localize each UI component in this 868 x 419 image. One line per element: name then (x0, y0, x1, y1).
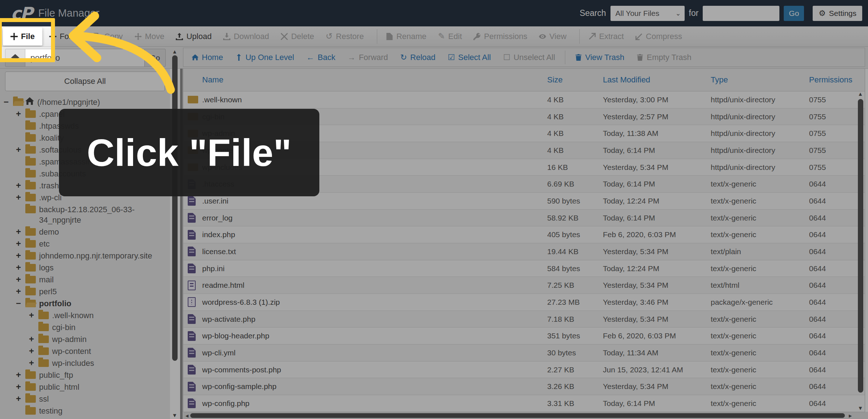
file-name[interactable]: wordpress-6.8.3 (1).zip (200, 298, 545, 307)
file-name[interactable]: cgi-bin (200, 112, 545, 121)
file-name[interactable]: .well-known (200, 95, 545, 104)
table-scrollbar-thumb[interactable] (858, 99, 863, 393)
extract-button[interactable]: Extract (585, 32, 627, 41)
scroll-down-icon[interactable]: ▼ (856, 405, 864, 411)
path-go-button[interactable]: Go (145, 49, 166, 67)
file-name[interactable]: license.txt (200, 247, 545, 256)
tree-toggle-icon[interactable]: + (16, 145, 25, 155)
view-button[interactable]: View (535, 32, 570, 41)
tree-item-koality[interactable]: .koality (0, 132, 170, 144)
file-button[interactable]: File (3, 27, 42, 46)
column-header-type[interactable]: Type (709, 75, 807, 85)
tree-toggle-icon[interactable]: − (16, 298, 25, 309)
folder-button[interactable]: Folder (46, 32, 86, 41)
table-row-wp-activate-php[interactable]: wp-activate.php7.18 KBYesterday, 5:34 PM… (183, 311, 865, 328)
settings-button[interactable]: ⚙ Settings (813, 6, 862, 21)
permissions-button[interactable]: Permissions (470, 32, 531, 41)
tree-toggle-icon[interactable]: + (16, 180, 25, 191)
tree-toggle-icon[interactable]: + (29, 310, 38, 321)
tree-item-well-known[interactable]: +.well-known (0, 309, 170, 321)
search-go-button[interactable]: Go (784, 6, 804, 21)
path-input[interactable] (25, 49, 145, 67)
tree-item-perl5[interactable]: +perl5 (0, 286, 170, 298)
compress-button[interactable]: Compress (632, 32, 686, 41)
edit-button[interactable]: ✎Edit (434, 32, 465, 41)
tree-item-ssl[interactable]: +ssl (0, 393, 170, 405)
tree-toggle-icon[interactable]: + (16, 394, 25, 404)
download-button[interactable]: Download (220, 32, 273, 41)
file-name[interactable]: .htaccess (200, 180, 545, 188)
sidebar-scrollbar[interactable]: ▲ ▼ (171, 48, 179, 419)
nav-view-trash-button[interactable]: View Trash (569, 53, 630, 62)
table-row-index-php[interactable]: index.php405 bytesFeb 6, 2020, 6:03 PMte… (183, 226, 865, 243)
rename-button[interactable]: Rename (382, 32, 430, 41)
nav-select-all-button[interactable]: ☑Select All (442, 53, 497, 62)
tree-item-cpanel[interactable]: +.cpanel (0, 108, 170, 120)
tree-item-htpasswds[interactable]: .htpasswds (0, 120, 170, 132)
tree-item-trash[interactable]: +.trash (0, 180, 170, 192)
tree-item-subaccounts[interactable]: .subaccounts (0, 168, 170, 180)
table-scrollbar-horizontal[interactable]: ◄ ► (183, 412, 868, 419)
tree-toggle-icon[interactable]: + (29, 334, 38, 345)
column-header-size[interactable]: Size (545, 75, 601, 85)
column-header-modified[interactable]: Last Modified (601, 75, 709, 85)
file-name[interactable]: wp-activate.php (200, 315, 545, 324)
tree-item-spamassassin[interactable]: .spamassassin (0, 156, 170, 168)
table-scrollbar-vertical[interactable]: ▲ ▼ (856, 91, 864, 412)
table-row-readme-html[interactable]: readme.html7.25 KBYesterday, 5:34 PMtext… (183, 277, 865, 294)
search-input[interactable] (703, 6, 779, 21)
table-row-wp-content[interactable]: wp-content4 KBToday, 6:14 PMhttpd/unix-d… (183, 142, 865, 159)
nav-home-button[interactable]: Home (186, 53, 229, 62)
tree-item-public-ftp[interactable]: +public_ftp (0, 369, 170, 381)
file-name[interactable]: wp-content (200, 146, 545, 155)
tree-item-johndemo-npg-njr-temporary-site[interactable]: +johndemo.npg.njr.temporary.site (0, 250, 170, 262)
table-hscrollbar-thumb[interactable] (190, 413, 845, 418)
tree-item-mail[interactable]: +mail (0, 274, 170, 286)
table-row-well-known[interactable]: .well-known4 KBYesterday, 3:00 PMhttpd/u… (183, 91, 865, 108)
tree-toggle-icon[interactable]: + (16, 274, 25, 285)
table-row-user-ini[interactable]: .user.ini590 bytesToday, 12:24 PMtext/x-… (183, 193, 865, 210)
nav-up-one-level-button[interactable]: Up One Level (229, 53, 301, 62)
tree-item-softaculous[interactable]: +.softaculous (0, 144, 170, 156)
tree-item-public-html[interactable]: +public_html (0, 381, 170, 393)
table-row-license-txt[interactable]: license.txt19.44 KBYesterday, 5:34 PMtex… (183, 243, 865, 260)
path-home-button[interactable] (5, 49, 25, 67)
scroll-up-icon[interactable]: ▲ (171, 49, 179, 55)
tree-toggle-icon[interactable]: + (16, 192, 25, 203)
collapse-all-button[interactable]: Collapse All (5, 72, 165, 91)
tree-item-wp-content[interactable]: +wp-content (0, 345, 170, 357)
table-row-php-ini[interactable]: php.ini584 bytesToday, 12:24 PMtext/x-ge… (183, 260, 865, 277)
tree-toggle-icon[interactable]: + (29, 346, 38, 356)
table-row-error-log[interactable]: error_log58.92 KBToday, 6:14 PMtext/x-ge… (183, 210, 865, 227)
file-name[interactable]: wp-config.php (200, 399, 545, 408)
nav-empty-trash-button[interactable]: Empty Trash (630, 53, 697, 62)
tree-item-wp-admin[interactable]: +wp-admin (0, 333, 170, 345)
table-row-wp-config-sample-php[interactable]: wp-config-sample.php3.26 KBYesterday, 5:… (183, 378, 865, 395)
tree-toggle-icon[interactable]: + (16, 262, 25, 273)
tree-item-portfolio[interactable]: −portfolio (0, 298, 170, 309)
tree-item-logs[interactable]: +logs (0, 262, 170, 274)
table-row-wp-config-php[interactable]: wp-config.php3.31 KBToday, 6:14 PMtext/x… (183, 395, 865, 412)
tree-item-backup-12-18-2025-06-33-34-npgnjrte[interactable]: backup-12.18.2025_06-33-34_npgnjrte (0, 204, 170, 226)
tree-item-cgi-bin[interactable]: cgi-bin (0, 321, 170, 333)
nav-back-button[interactable]: ←Back (300, 53, 341, 62)
search-scope-select[interactable]: All Your Files ⌄ (610, 6, 685, 21)
file-name[interactable]: wp-cli.yml (200, 349, 545, 357)
scroll-up-icon[interactable]: ▲ (856, 91, 864, 97)
tree-toggle-icon[interactable]: + (29, 358, 38, 368)
upload-button[interactable]: Upload (172, 32, 215, 41)
tree-item-home1-npgnjrte[interactable]: −(/home1/npgnjrte) (0, 96, 170, 108)
move-button[interactable]: Move (131, 32, 168, 41)
copy-button[interactable]: Copy (90, 32, 126, 41)
file-name[interactable]: wp-blog-header.php (200, 332, 545, 340)
file-name[interactable]: .user.ini (200, 197, 545, 205)
file-name[interactable]: index.php (200, 230, 545, 239)
file-name[interactable]: php.ini (200, 264, 545, 273)
column-header-name[interactable]: Name (200, 75, 545, 85)
tree-item-demo[interactable]: +demo (0, 226, 170, 238)
scroll-left-icon[interactable]: ◄ (184, 412, 190, 419)
tree-toggle-icon[interactable]: + (16, 251, 25, 261)
file-name[interactable]: wp-config-sample.php (200, 382, 545, 391)
table-row-wp-cli-yml[interactable]: wp-cli.yml30 bytesToday, 11:34 AMtext/x-… (183, 345, 865, 362)
tree-toggle-icon[interactable]: − (4, 97, 13, 107)
